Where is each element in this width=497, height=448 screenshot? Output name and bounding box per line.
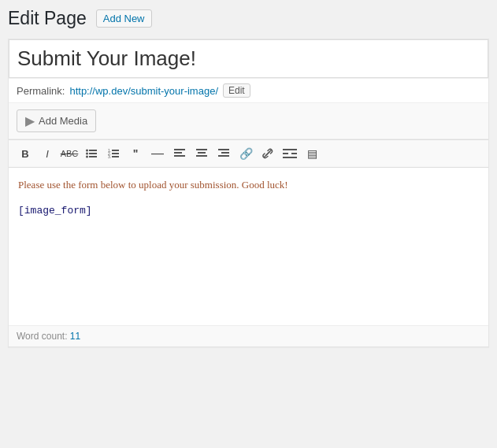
align-right-button[interactable]	[213, 144, 234, 163]
ordered-list-button[interactable]: 1.2.3.	[103, 144, 124, 163]
svg-rect-26	[291, 153, 297, 154]
svg-rect-20	[218, 149, 229, 150]
svg-rect-1	[89, 150, 97, 151]
svg-rect-14	[174, 155, 185, 157]
svg-rect-18	[196, 155, 207, 157]
svg-rect-7	[112, 150, 119, 151]
add-new-button[interactable]: Add New	[96, 9, 152, 28]
edit-slug-button[interactable]: Edit	[223, 83, 250, 98]
svg-rect-28	[283, 157, 297, 158]
page-wrapper: Edit Page Add New Permalink: http://wp.d…	[0, 0, 497, 355]
svg-rect-11	[112, 156, 119, 157]
unlink-button[interactable]	[258, 144, 278, 163]
svg-rect-16	[196, 149, 207, 150]
svg-rect-13	[174, 152, 182, 154]
link-button[interactable]: 🔗	[236, 144, 256, 163]
svg-rect-22	[218, 155, 229, 157]
page-title: Edit Page	[8, 8, 87, 29]
strikethrough-button[interactable]: ABC	[59, 144, 80, 163]
fullscreen-button[interactable]: ▤	[302, 144, 322, 163]
word-count-bar: Word count: 11	[9, 325, 488, 346]
align-center-button[interactable]	[191, 144, 212, 163]
svg-point-4	[86, 156, 88, 158]
horizontal-rule-button[interactable]: —	[147, 144, 168, 163]
svg-point-2	[86, 153, 88, 155]
word-count-label: Word count:	[17, 331, 67, 342]
align-left-button[interactable]	[169, 144, 190, 163]
italic-button[interactable]: I	[37, 144, 57, 163]
svg-rect-3	[89, 153, 97, 154]
blockquote-button[interactable]: "	[125, 144, 146, 163]
word-count-value: 11	[70, 331, 80, 342]
editor-box: Permalink: http://wp.dev/submit-your-ima…	[8, 39, 489, 347]
svg-rect-12	[174, 149, 185, 150]
svg-text:3.: 3.	[108, 154, 111, 158]
svg-rect-25	[283, 153, 288, 154]
svg-rect-17	[198, 152, 206, 154]
editor-content-area[interactable]: Please use the form below to upload your…	[9, 168, 488, 325]
svg-rect-9	[112, 153, 119, 154]
permalink-link[interactable]: http://wp.dev/submit-your-image/	[69, 85, 218, 97]
add-media-label: Add Media	[39, 115, 87, 127]
svg-rect-5	[89, 156, 97, 157]
svg-rect-27	[283, 149, 297, 150]
insert-more-button[interactable]	[280, 144, 300, 163]
media-icon: ▶	[25, 113, 35, 128]
svg-point-0	[86, 150, 88, 152]
editor-shortcode: [image_form]	[18, 203, 479, 220]
media-row: ▶ Add Media	[9, 102, 488, 139]
post-title-input[interactable]	[9, 39, 488, 78]
bold-button[interactable]: B	[15, 144, 35, 163]
svg-rect-21	[221, 152, 229, 154]
editor-toolbar: B I ABC 1.2.3. " — 🔗	[9, 139, 488, 168]
unordered-list-button[interactable]	[81, 144, 102, 163]
page-header: Edit Page Add New	[8, 8, 489, 29]
editor-text-line: Please use the form below to upload your…	[18, 177, 479, 194]
add-media-button[interactable]: ▶ Add Media	[17, 109, 96, 132]
permalink-label: Permalink:	[17, 85, 65, 97]
permalink-row: Permalink: http://wp.dev/submit-your-ima…	[9, 78, 488, 102]
